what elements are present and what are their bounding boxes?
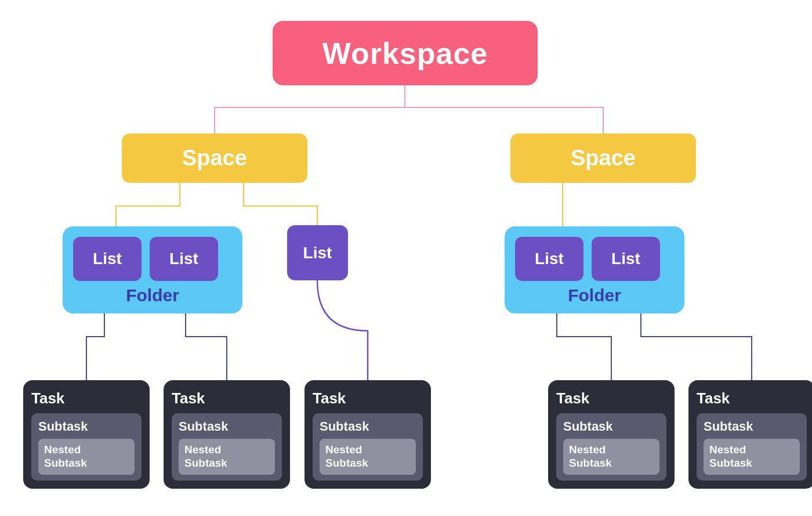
- task-4-nested-title: NestedSubtask: [569, 443, 654, 470]
- list-in-folder-left-2: List: [150, 237, 218, 281]
- task-4-title: Task: [556, 389, 666, 407]
- task-5-nested: NestedSubtask: [704, 439, 800, 475]
- task-2-subtask-title: Subtask: [179, 419, 275, 434]
- task-3-title: Task: [313, 389, 423, 407]
- task-5-node: Task Subtask NestedSubtask: [688, 380, 812, 489]
- task-3-nested-title: NestedSubtask: [325, 443, 410, 470]
- space-left-node: Space: [122, 133, 307, 183]
- task-2-title: Task: [172, 389, 282, 407]
- list-in-folder-left-2-label: List: [169, 250, 198, 268]
- task-1-nested: NestedSubtask: [38, 439, 135, 475]
- space-left-label: Space: [182, 146, 247, 171]
- folder-left-lists: List List: [73, 237, 232, 281]
- space-right-label: Space: [571, 146, 636, 171]
- folder-right-lists: List List: [515, 237, 674, 281]
- task-4-nested: NestedSubtask: [563, 439, 659, 475]
- folder-left-label: Folder: [73, 286, 232, 305]
- task-1-subtask-title: Subtask: [38, 419, 135, 434]
- task-4-subtask-title: Subtask: [563, 419, 659, 434]
- task-2-nested: NestedSubtask: [179, 439, 275, 475]
- list-in-folder-left-1: List: [73, 237, 142, 281]
- folder-right-node: List List Folder: [505, 226, 684, 313]
- task-2-nested-title: NestedSubtask: [184, 443, 269, 470]
- workspace-node: Workspace: [273, 21, 538, 85]
- list-in-folder-right-1-label: List: [535, 250, 564, 268]
- task-4-subtask: Subtask NestedSubtask: [556, 413, 666, 481]
- task-5-subtask: Subtask NestedSubtask: [697, 413, 807, 481]
- space-right-node: Space: [510, 133, 696, 183]
- task-3-subtask-title: Subtask: [320, 419, 416, 434]
- standalone-list-node: List: [287, 225, 348, 280]
- task-3-nested: NestedSubtask: [320, 439, 416, 475]
- task-1-node: Task Subtask NestedSubtask: [23, 380, 150, 489]
- folder-right-label: Folder: [515, 286, 674, 305]
- task-1-title: Task: [31, 389, 142, 407]
- list-in-folder-left-1-label: List: [93, 250, 122, 268]
- diagram: Workspace Space Space List List Folder L…: [0, 0, 812, 516]
- list-in-folder-right-2: List: [592, 237, 660, 281]
- task-4-node: Task Subtask NestedSubtask: [548, 380, 675, 489]
- task-1-nested-title: NestedSubtask: [44, 443, 129, 470]
- task-1-subtask: Subtask NestedSubtask: [31, 413, 142, 481]
- task-3-subtask: Subtask NestedSubtask: [313, 413, 423, 481]
- list-in-folder-right-2-label: List: [611, 250, 640, 268]
- task-5-title: Task: [697, 389, 807, 407]
- task-5-subtask-title: Subtask: [704, 419, 800, 434]
- workspace-label: Workspace: [322, 36, 488, 71]
- task-5-nested-title: NestedSubtask: [709, 443, 794, 470]
- standalone-list-label: List: [303, 244, 332, 262]
- task-2-node: Task Subtask NestedSubtask: [164, 380, 290, 489]
- task-3-node: Task Subtask NestedSubtask: [304, 380, 431, 489]
- folder-left-node: List List Folder: [63, 226, 242, 313]
- list-in-folder-right-1: List: [515, 237, 583, 281]
- task-2-subtask: Subtask NestedSubtask: [172, 413, 282, 481]
